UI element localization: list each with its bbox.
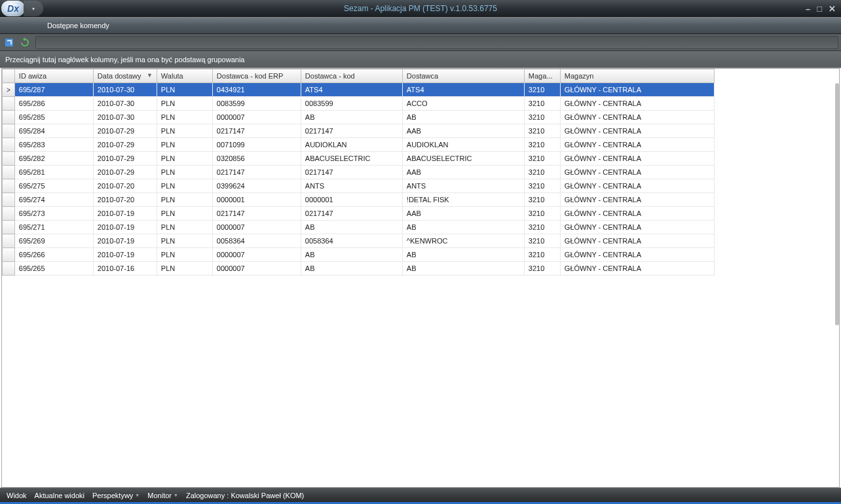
table-cell[interactable]: GŁÓWNY - CENTRALA (560, 221, 714, 234)
table-cell[interactable]: 0000001 (212, 193, 301, 207)
table-cell[interactable]: 2010-07-30 (93, 111, 157, 124)
table-cell[interactable]: 3210 (524, 124, 560, 138)
table-cell[interactable]: PLN (157, 179, 212, 193)
close-button[interactable]: ✕ (829, 4, 836, 14)
table-cell[interactable]: 0434921 (212, 83, 301, 97)
table-cell[interactable]: 3210 (524, 97, 560, 111)
table-cell[interactable]: 695/281 (14, 166, 93, 179)
status-widok[interactable]: Widok (4, 492, 29, 499)
table-cell[interactable]: ACCO (402, 97, 524, 111)
row-indicator[interactable] (3, 152, 15, 166)
table-cell[interactable]: 695/283 (14, 138, 93, 152)
table-cell[interactable]: 695/284 (14, 124, 93, 138)
column-header-currency[interactable]: Waluta (157, 69, 212, 83)
table-cell[interactable]: 695/285 (14, 111, 93, 124)
status-monitor[interactable]: Monitor▼ (145, 492, 181, 499)
table-cell[interactable]: 695/265 (14, 262, 93, 276)
row-indicator[interactable]: > (3, 83, 15, 97)
row-indicator[interactable] (3, 193, 15, 207)
table-row[interactable]: 695/2712010-07-19PLN0000007ABAB3210GŁÓWN… (3, 221, 715, 234)
row-indicator[interactable] (3, 248, 15, 262)
table-cell[interactable]: GŁÓWNY - CENTRALA (560, 124, 714, 138)
table-cell[interactable]: 0217147 (212, 207, 301, 221)
table-cell[interactable]: AB (301, 221, 402, 234)
row-indicator[interactable] (3, 97, 15, 111)
table-cell[interactable]: GŁÓWNY - CENTRALA (560, 138, 714, 152)
row-indicator[interactable] (3, 179, 15, 193)
row-indicator[interactable] (3, 138, 15, 152)
table-cell[interactable]: AB (402, 262, 524, 276)
table-cell[interactable]: AB (301, 262, 402, 276)
maximize-button[interactable]: □ (817, 4, 822, 14)
table-cell[interactable]: 2010-07-19 (93, 234, 157, 248)
table-cell[interactable]: 695/274 (14, 193, 93, 207)
table-cell[interactable]: AB (301, 111, 402, 124)
table-cell[interactable]: ANTS (301, 179, 402, 193)
table-cell[interactable]: 695/273 (14, 207, 93, 221)
data-grid[interactable]: ID awiza Data dostawy▼ Waluta Dostawca -… (1, 68, 840, 488)
table-cell[interactable]: ANTS (402, 179, 524, 193)
table-cell[interactable]: 2010-07-30 (93, 97, 157, 111)
table-cell[interactable]: 695/269 (14, 234, 93, 248)
table-cell[interactable]: PLN (157, 83, 212, 97)
table-cell[interactable]: PLN (157, 111, 212, 124)
table-cell[interactable]: AB (402, 248, 524, 262)
column-header-kod[interactable]: Dostawca - kod (301, 69, 402, 83)
row-indicator-header[interactable] (3, 69, 15, 83)
table-cell[interactable]: ^KENWROC (402, 234, 524, 248)
table-cell[interactable]: 0058364 (212, 234, 301, 248)
table-cell[interactable]: PLN (157, 207, 212, 221)
table-cell[interactable]: 0217147 (212, 124, 301, 138)
table-cell[interactable]: AAB (402, 166, 524, 179)
table-cell[interactable]: 3210 (524, 83, 560, 97)
table-cell[interactable]: GŁÓWNY - CENTRALA (560, 193, 714, 207)
table-row[interactable]: 695/2742010-07-20PLN00000010000001!DETAL… (3, 193, 715, 207)
row-indicator[interactable] (3, 166, 15, 179)
table-cell[interactable]: 0083599 (212, 97, 301, 111)
table-cell[interactable]: GŁÓWNY - CENTRALA (560, 166, 714, 179)
row-indicator[interactable] (3, 207, 15, 221)
table-cell[interactable]: 0000007 (212, 262, 301, 276)
table-row[interactable]: 695/2692010-07-19PLN00583640058364^KENWR… (3, 234, 715, 248)
quick-access-dropdown[interactable]: ▾ (24, 1, 43, 16)
table-cell[interactable]: PLN (157, 234, 212, 248)
table-cell[interactable]: AB (402, 221, 524, 234)
table-cell[interactable]: GŁÓWNY - CENTRALA (560, 207, 714, 221)
table-cell[interactable]: 3210 (524, 248, 560, 262)
table-cell[interactable]: 695/271 (14, 221, 93, 234)
table-cell[interactable]: !DETAL FISK (402, 193, 524, 207)
row-indicator[interactable] (3, 221, 15, 234)
table-cell[interactable]: 3210 (524, 234, 560, 248)
table-cell[interactable]: AAB (402, 207, 524, 221)
table-row[interactable]: 695/2812010-07-29PLN02171470217147AAB321… (3, 166, 715, 179)
status-aktualne-widoki[interactable]: Aktualne widoki (32, 492, 87, 499)
table-cell[interactable]: 2010-07-20 (93, 179, 157, 193)
table-cell[interactable]: PLN (157, 262, 212, 276)
table-cell[interactable]: AUDIOKLAN (301, 138, 402, 152)
table-cell[interactable]: PLN (157, 166, 212, 179)
table-cell[interactable]: GŁÓWNY - CENTRALA (560, 262, 714, 276)
table-cell[interactable]: 2010-07-19 (93, 248, 157, 262)
table-cell[interactable]: GŁÓWNY - CENTRALA (560, 179, 714, 193)
table-cell[interactable]: 2010-07-29 (93, 124, 157, 138)
command-input[interactable] (35, 36, 838, 49)
refresh-button[interactable] (3, 36, 16, 49)
table-cell[interactable]: 0320856 (212, 152, 301, 166)
table-row[interactable]: 695/2652010-07-16PLN0000007ABAB3210GŁÓWN… (3, 262, 715, 276)
column-header-erp[interactable]: Dostawca - kod ERP (212, 69, 301, 83)
table-cell[interactable]: GŁÓWNY - CENTRALA (560, 83, 714, 97)
column-header-date[interactable]: Data dostawy▼ (93, 69, 157, 83)
table-row[interactable]: 695/2662010-07-19PLN0000007ABAB3210GŁÓWN… (3, 248, 715, 262)
row-indicator[interactable] (3, 124, 15, 138)
table-cell[interactable]: 3210 (524, 111, 560, 124)
table-cell[interactable]: GŁÓWNY - CENTRALA (560, 97, 714, 111)
table-cell[interactable]: 2010-07-20 (93, 193, 157, 207)
table-cell[interactable]: 0000007 (212, 111, 301, 124)
table-cell[interactable]: 2010-07-29 (93, 152, 157, 166)
table-cell[interactable]: PLN (157, 138, 212, 152)
table-cell[interactable]: AAB (402, 124, 524, 138)
table-cell[interactable]: 2010-07-29 (93, 166, 157, 179)
table-cell[interactable]: ABACUSELECTRIC (301, 152, 402, 166)
table-cell[interactable]: PLN (157, 248, 212, 262)
column-header-id[interactable]: ID awiza (14, 69, 93, 83)
